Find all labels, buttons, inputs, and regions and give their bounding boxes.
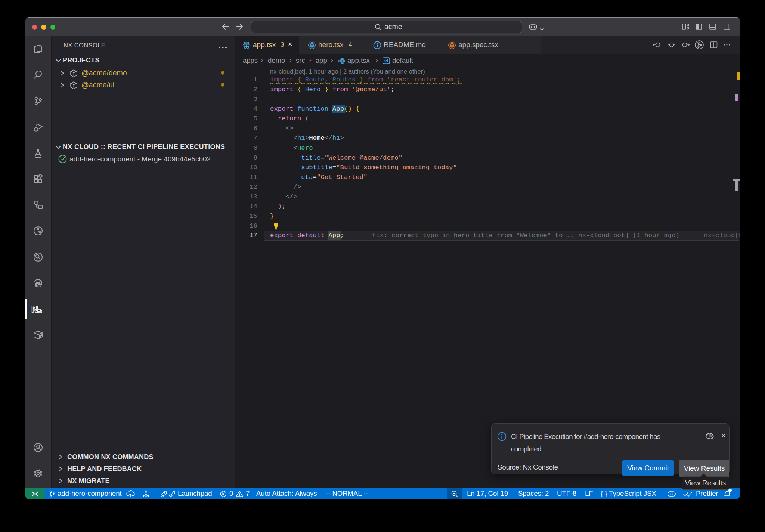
svg-text:N: N — [31, 304, 38, 315]
svg-text:≥: ≥ — [38, 307, 42, 315]
